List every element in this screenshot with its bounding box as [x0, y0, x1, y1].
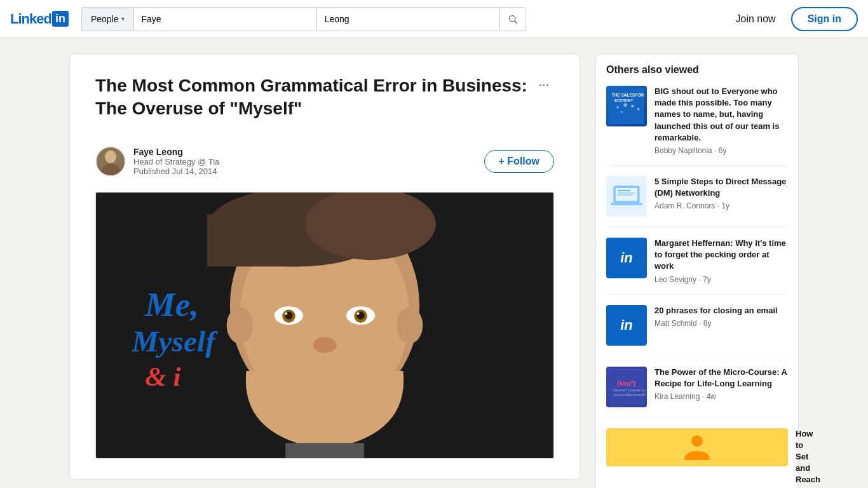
thumbnail-image	[606, 428, 788, 466]
list-item[interactable]: in 20 phrases for closing an email Matt …	[606, 305, 788, 356]
sidebar-title: Others also viewed	[606, 64, 788, 76]
sidebar-item-content: The Power of the Micro-Course: A Recipe …	[654, 367, 788, 407]
sidebar-item-author: Adam R. Connors	[654, 201, 715, 210]
author-details: Faye Leong Head of Strategy @ Tia Publis…	[133, 147, 219, 176]
list-item[interactable]: 5 Simple Steps to Direct Message (DM) Ne…	[606, 176, 788, 227]
join-now-button[interactable]: Join now	[728, 8, 783, 30]
svg-rect-42	[618, 193, 635, 194]
sidebar-item-content: BIG shout out to Everyone who made this …	[654, 86, 788, 155]
search-container: People ▾	[81, 7, 526, 31]
svg-text:Advanced Computer Science: Advanced Computer Science	[613, 389, 646, 392]
sidebar-item-title: Margaret Heffernan: Why it's time to for…	[654, 238, 788, 273]
sidebar-item-meta: Matt Schmid · 8y	[654, 319, 788, 328]
sidebar-item-time: 4w	[706, 392, 715, 401]
search-type-button[interactable]: People ▾	[81, 7, 133, 31]
sidebar-item-meta: Bobby Napiltonia · 6y	[654, 146, 788, 155]
publish-date: Published Jul 14, 2014	[133, 166, 219, 176]
search-button[interactable]	[499, 7, 526, 31]
svg-point-19	[285, 312, 287, 315]
search-second-input[interactable]	[316, 7, 499, 31]
sidebar-item-meta: Leo Sevigny · 7y	[654, 275, 788, 284]
article-title: The Most Common Grammatical Error in Bus…	[95, 74, 533, 121]
svg-point-23	[227, 307, 253, 344]
sidebar-item-separator: ·	[714, 146, 719, 155]
avatar-image	[97, 147, 125, 175]
svg-point-0	[510, 15, 515, 21]
svg-point-20	[356, 312, 359, 315]
more-options-button[interactable]: ···	[533, 74, 554, 94]
list-item[interactable]: (kira*) Advanced Computer Science course…	[606, 367, 788, 418]
svg-text:Me,: Me,	[144, 285, 199, 323]
search-first-input[interactable]	[133, 7, 316, 31]
sidebar-item-time: 6y	[719, 146, 727, 155]
sidebar-item-author: Kira Learning	[654, 392, 700, 401]
svg-text:THE SALESFORCE: THE SALESFORCE	[612, 93, 644, 97]
header-actions: Join now Sign in	[728, 7, 858, 31]
svg-line-1	[515, 21, 517, 24]
article-thumbnail: in	[606, 305, 647, 346]
sidebar-item-meta: Kira Learning · 4w	[654, 392, 788, 401]
svg-point-34	[631, 105, 634, 108]
sidebar-item-meta: Adam R. Connors · 1y	[654, 201, 788, 210]
article-image-bg: Me, Myself & i	[96, 193, 553, 458]
sidebar-item-separator: ·	[699, 319, 703, 328]
thumbnail-image: THE SALESFORCE ECONOMY	[606, 86, 647, 126]
logo-in-badge: in	[52, 11, 69, 27]
main-layout: The Most Common Grammatical Error in Bus…	[59, 53, 809, 488]
logo-text: Linked	[10, 11, 51, 27]
search-icon	[508, 14, 518, 24]
article-thumbnail	[606, 176, 647, 217]
svg-point-33	[623, 103, 627, 107]
svg-rect-41	[618, 190, 630, 191]
article-area: The Most Common Grammatical Error in Bus…	[69, 53, 580, 488]
article-image: Me, Myself & i	[95, 192, 554, 459]
follow-button[interactable]: + Follow	[484, 150, 554, 173]
sidebar-item-title: 5 Simple Steps to Direct Message (DM) Ne…	[654, 176, 788, 199]
laptop-thumbnail-svg	[609, 179, 644, 214]
list-item[interactable]: How to Set and Reach Short-Term Goals	[606, 428, 788, 489]
thumbnail-image: in	[620, 317, 633, 334]
svg-rect-25	[285, 443, 363, 458]
article-thumbnail	[606, 428, 788, 466]
sign-in-button[interactable]: Sign in	[791, 7, 858, 31]
sidebar-item-title: 20 phrases for closing an email	[654, 305, 788, 316]
svg-point-32	[616, 106, 619, 109]
thumbnail-image: (kira*) Advanced Computer Science course…	[606, 367, 647, 407]
sidebar-item-time: 8y	[703, 319, 712, 328]
svg-point-24	[397, 307, 423, 344]
sidebar-item-content: 5 Simple Steps to Direct Message (DM) Ne…	[654, 176, 788, 217]
article-thumbnail: (kira*) Advanced Computer Science course…	[606, 367, 647, 407]
svg-point-5	[105, 151, 116, 163]
svg-point-49	[691, 435, 703, 447]
list-item[interactable]: THE SALESFORCE ECONOMY BIG shout out to …	[606, 86, 788, 166]
avatar	[95, 146, 126, 177]
svg-text:Myself: Myself	[132, 325, 219, 358]
sidebar-card: Others also viewed THE SALESFORCE ECONOM…	[595, 53, 799, 488]
author-job-title: Head of Strategy @ Tia	[133, 157, 219, 166]
article-hero-svg: Me, Myself & i	[96, 193, 553, 458]
svg-text:ECONOMY: ECONOMY	[614, 98, 633, 102]
sidebar-item-content: 20 phrases for closing an email Matt Sch…	[654, 305, 788, 346]
list-item[interactable]: in Margaret Heffernan: Why it's time to …	[606, 238, 788, 295]
article-card: The Most Common Grammatical Error in Bus…	[69, 53, 580, 480]
sidebar-item-content: Margaret Heffernan: Why it's time to for…	[654, 238, 788, 284]
svg-point-36	[621, 111, 623, 113]
sidebar-item-author: Leo Sevigny	[654, 275, 696, 284]
chevron-down-icon: ▾	[121, 15, 125, 22]
salesforce-thumbnail-svg: THE SALESFORCE ECONOMY	[609, 87, 644, 125]
svg-point-21	[313, 337, 336, 353]
svg-point-35	[637, 108, 640, 111]
logo[interactable]: Linkedin	[10, 11, 69, 27]
svg-text:& i: & i	[145, 361, 180, 391]
thumbnail-image	[606, 176, 647, 217]
svg-text:(kira*): (kira*)	[617, 380, 635, 387]
author-name[interactable]: Faye Leong	[133, 147, 219, 157]
yellow-thumbnail-svg	[678, 428, 716, 466]
svg-rect-43	[618, 194, 633, 196]
sidebar: Others also viewed THE SALESFORCE ECONOM…	[595, 53, 799, 488]
sidebar-item-time: 1y	[721, 201, 729, 210]
thumbnail-image: in	[620, 250, 633, 266]
svg-rect-48	[678, 428, 716, 466]
sidebar-item-title: The Power of the Micro-Course: A Recipe …	[654, 367, 788, 390]
svg-text:courses made accessible: courses made accessible	[613, 393, 646, 396]
